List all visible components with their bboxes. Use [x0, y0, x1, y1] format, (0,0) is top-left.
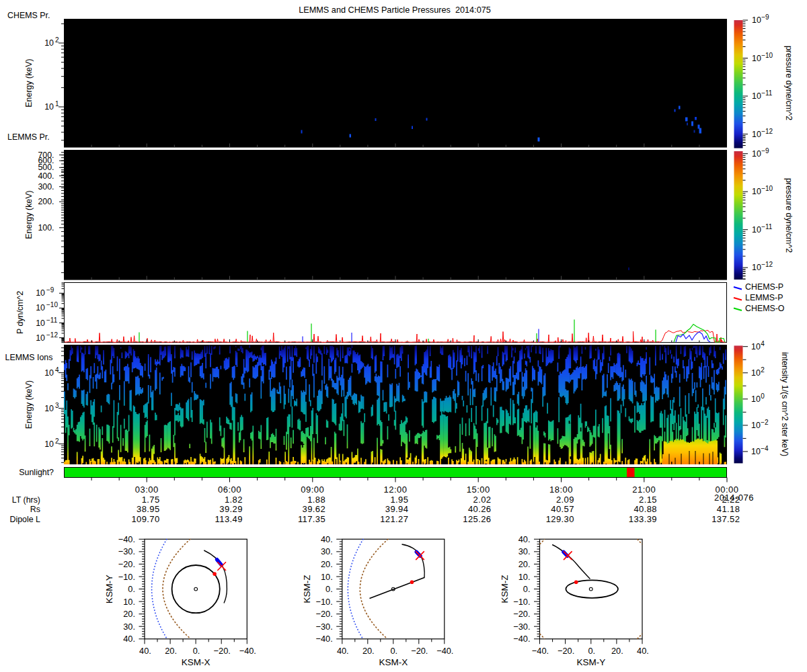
svg-text:1.95: 1.95 [390, 495, 408, 505]
svg-text:−40.: −40. [239, 646, 256, 656]
svg-text:4: 4 [55, 366, 59, 374]
svg-text:1: 1 [55, 100, 59, 108]
svg-text:2: 2 [761, 366, 765, 374]
svg-text:09:00: 09:00 [301, 485, 324, 495]
svg-text:125.26: 125.26 [463, 514, 491, 524]
svg-text:KSM-X: KSM-X [379, 657, 408, 667]
svg-text:−10.: −10. [316, 597, 333, 607]
svg-text:−4: −4 [761, 445, 769, 452]
svg-text:CHEMS-P: CHEMS-P [745, 282, 783, 292]
svg-text:0.: 0. [523, 584, 531, 594]
svg-text:−40.: −40. [436, 646, 453, 656]
svg-text:−9: −9 [761, 147, 769, 155]
svg-text:15:00: 15:00 [467, 485, 490, 495]
svg-text:117.35: 117.35 [298, 514, 325, 524]
svg-text:0.: 0. [588, 646, 595, 656]
svg-text:10: 10 [44, 102, 54, 112]
svg-text:20.: 20. [362, 646, 375, 656]
svg-text:400.: 400. [38, 171, 54, 181]
svg-text:2: 2 [55, 36, 59, 44]
svg-text:10: 10 [36, 319, 45, 328]
svg-text:−20.: −20. [214, 646, 231, 656]
svg-text:−20.: −20. [118, 559, 135, 569]
svg-text:−30.: −30. [118, 546, 135, 556]
svg-text:−12: −12 [46, 331, 58, 339]
svg-text:10: 10 [752, 54, 761, 63]
svg-text:10.: 10. [518, 572, 531, 582]
svg-text:30.: 30. [123, 622, 135, 632]
svg-text:−10: −10 [761, 185, 773, 192]
svg-text:10: 10 [752, 149, 761, 159]
svg-text:Dipole L: Dipole L [10, 515, 41, 524]
svg-text:10: 10 [752, 15, 761, 25]
svg-text:−10.: −10. [513, 597, 530, 607]
svg-text:−20.: −20. [411, 646, 428, 656]
svg-text:40.: 40. [637, 646, 649, 656]
svg-text:41.18: 41.18 [717, 504, 740, 514]
svg-text:10: 10 [36, 333, 45, 343]
svg-text:−11: −11 [46, 317, 58, 324]
svg-text:10.: 10. [321, 572, 333, 582]
svg-text:18:00: 18:00 [549, 485, 573, 495]
svg-text:LEMMS-P: LEMMS-P [745, 293, 783, 302]
svg-text:KSM-Y: KSM-Y [104, 575, 114, 603]
svg-text:2.09: 2.09 [556, 495, 574, 505]
svg-text:CHEMS Pr.: CHEMS Pr. [7, 11, 50, 20]
svg-text:06:00: 06:00 [218, 485, 241, 495]
svg-text:129.30: 129.30 [546, 514, 574, 524]
svg-text:KSM-Y: KSM-Y [576, 657, 605, 667]
svg-text:40.: 40. [139, 646, 151, 656]
svg-text:LEMMS Pr.: LEMMS Pr. [7, 132, 50, 142]
svg-text:Energy (keV): Energy (keV) [24, 190, 34, 239]
svg-text:CHEMS-O: CHEMS-O [745, 304, 785, 313]
svg-text:10: 10 [752, 263, 761, 272]
svg-text:−40.: −40. [513, 634, 530, 644]
svg-text:109.70: 109.70 [131, 514, 159, 524]
svg-text:LEMMS Ions: LEMMS Ions [5, 353, 53, 362]
svg-text:40.: 40. [123, 634, 135, 644]
svg-text:Rs: Rs [30, 505, 40, 514]
svg-text:10: 10 [36, 303, 45, 312]
svg-text:20.: 20. [518, 559, 531, 569]
svg-text:10: 10 [44, 404, 54, 413]
svg-text:LEMMS and CHEMS Particle Press: LEMMS and CHEMS Particle Pressures 2014:… [299, 5, 491, 15]
svg-text:30.: 30. [518, 546, 531, 556]
svg-text:1.88: 1.88 [307, 495, 325, 505]
svg-text:−40.: −40. [118, 534, 135, 544]
svg-text:10.: 10. [123, 597, 135, 607]
svg-text:21:00: 21:00 [632, 485, 656, 495]
svg-text:LT (hrs): LT (hrs) [12, 495, 40, 505]
svg-text:40.: 40. [337, 646, 349, 656]
svg-text:KSM-X: KSM-X [182, 657, 210, 667]
svg-text:1.75: 1.75 [142, 495, 160, 505]
svg-text:10: 10 [752, 130, 761, 139]
svg-text:2: 2 [55, 437, 59, 445]
svg-text:39.62: 39.62 [303, 504, 326, 514]
svg-text:KSM-Z: KSM-Z [302, 575, 312, 603]
svg-text:−10: −10 [46, 301, 58, 308]
svg-text:2.15: 2.15 [639, 495, 657, 505]
svg-text:1.82: 1.82 [225, 495, 243, 505]
svg-text:−11: −11 [761, 89, 773, 97]
svg-text:−30.: −30. [513, 622, 530, 632]
svg-text:10: 10 [752, 225, 761, 235]
svg-text:−12: −12 [761, 261, 773, 268]
svg-text:Energy (keV): Energy (keV) [24, 58, 34, 107]
svg-text:12:00: 12:00 [383, 485, 407, 495]
svg-text:−12: −12 [761, 128, 773, 135]
svg-text:intensity 1/(s cm^2 ster keV): intensity 1/(s cm^2 ster keV) [780, 352, 790, 456]
svg-text:2014-076: 2014-076 [714, 493, 754, 503]
svg-text:10: 10 [44, 439, 54, 449]
svg-text:0.: 0. [128, 584, 135, 594]
svg-text:−9: −9 [761, 13, 769, 21]
svg-text:20.: 20. [611, 646, 623, 656]
svg-text:−30.: −30. [316, 622, 333, 632]
svg-text:20.: 20. [123, 609, 135, 619]
svg-text:10: 10 [752, 91, 761, 101]
svg-text:KSM-Z: KSM-Z [500, 575, 510, 603]
svg-text:Energy (keV): Energy (keV) [24, 380, 34, 429]
svg-text:4: 4 [761, 340, 765, 347]
svg-text:100.: 100. [38, 223, 54, 233]
svg-text:3: 3 [55, 402, 59, 409]
svg-text:10: 10 [44, 38, 54, 48]
